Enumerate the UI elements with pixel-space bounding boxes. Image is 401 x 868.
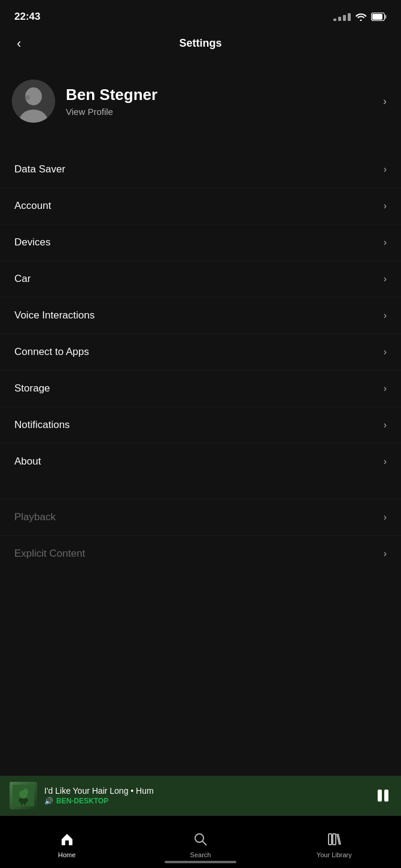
wifi-icon [356,13,366,21]
about-label: About [14,456,41,468]
connect-to-apps-label: Connect to Apps [14,346,89,358]
profile-left: Ben Stegner View Profile [12,80,157,123]
storage-chevron-icon: › [384,383,387,394]
svg-rect-11 [21,802,23,805]
explicit-content-label: Explicit Content [14,548,85,560]
now-playing-device: 🔊 BEN-DESKTOP [44,797,154,805]
storage-item[interactable]: Storage › [0,370,401,406]
account-chevron-icon: › [384,201,387,211]
album-art-image [10,782,37,809]
storage-label: Storage [14,383,50,394]
about-item[interactable]: About › [0,443,401,479]
now-playing-bar[interactable]: I'd Like Your Hair Long • Hum 🔊 BEN-DESK… [0,776,401,815]
library-icon [327,832,341,849]
status-bar: 22:43 [0,0,401,31]
explicit-content-item[interactable]: Explicit Content › [0,535,401,572]
library-nav-label: Your Library [317,851,352,858]
profile-chevron-icon: › [383,95,387,108]
back-button[interactable]: ‹ [12,34,26,54]
home-icon [60,832,74,849]
now-playing-info: I'd Like Your Hair Long • Hum 🔊 BEN-DESK… [44,786,154,805]
avatar [12,80,55,123]
explicit-content-chevron-icon: › [384,548,387,559]
account-label: Account [14,200,51,212]
svg-rect-18 [329,834,332,845]
account-item[interactable]: Account › [0,187,401,224]
svg-rect-19 [333,834,336,845]
nav-home[interactable]: Home [0,816,133,868]
car-label: Car [14,273,31,285]
svg-rect-12 [24,802,26,805]
profile-section[interactable]: Ben Stegner View Profile › [0,65,401,137]
devices-chevron-icon: › [384,237,387,248]
devices-item[interactable]: Devices › [0,224,401,260]
signal-icon [333,13,351,21]
voice-interactions-label: Voice Interactions [14,309,95,321]
now-playing-title: I'd Like Your Hair Long • Hum [44,786,154,796]
status-icons [333,13,387,21]
playback-chevron-icon: › [384,512,387,523]
svg-rect-15 [65,840,69,845]
header-title: Settings [179,37,221,50]
search-icon [193,832,208,849]
devices-label: Devices [14,236,50,248]
about-chevron-icon: › [384,456,387,467]
status-time: 22:43 [14,11,40,23]
svg-point-6 [25,95,30,100]
device-name: BEN-DESKTOP [56,797,108,805]
data-saver-chevron-icon: › [384,164,387,175]
speaker-icon: 🔊 [44,797,53,805]
connect-to-apps-item[interactable]: Connect to Apps › [0,333,401,370]
pause-button[interactable] [375,787,391,804]
home-nav-label: Home [58,851,75,858]
battery-icon [371,13,387,21]
svg-line-17 [202,841,206,845]
connect-to-apps-chevron-icon: › [384,347,387,357]
car-item[interactable]: Car › [0,260,401,297]
album-art [10,782,37,809]
search-nav-label: Search [190,851,211,858]
voice-interactions-item[interactable]: Voice Interactions › [0,297,401,333]
svg-rect-2 [372,14,382,20]
svg-rect-1 [385,15,387,19]
nav-library[interactable]: Your Library [268,816,401,868]
header: ‹ Settings [0,31,401,59]
voice-interactions-chevron-icon: › [384,310,387,321]
notifications-label: Notifications [14,419,70,431]
data-saver-label: Data Saver [14,163,65,175]
car-chevron-icon: › [384,274,387,284]
svg-point-10 [23,788,28,796]
profile-name: Ben Stegner [66,86,157,104]
now-playing-left: I'd Like Your Hair Long • Hum 🔊 BEN-DESK… [10,782,154,809]
svg-rect-14 [384,790,388,802]
svg-point-16 [195,834,203,842]
home-indicator [165,861,236,863]
notifications-chevron-icon: › [384,420,387,430]
profile-info: Ben Stegner View Profile [66,86,157,117]
data-saver-item[interactable]: Data Saver › [0,151,401,187]
svg-rect-13 [378,790,382,802]
bottom-nav: Home Search Your Library [0,815,401,868]
playback-item[interactable]: Playback › [0,499,401,535]
nav-search[interactable]: Search [133,816,267,868]
view-profile-link[interactable]: View Profile [66,107,157,117]
menu-list: Data Saver › Account › Devices › Car › V… [0,151,401,479]
notifications-item[interactable]: Notifications › [0,406,401,443]
playback-label: Playback [14,511,56,523]
